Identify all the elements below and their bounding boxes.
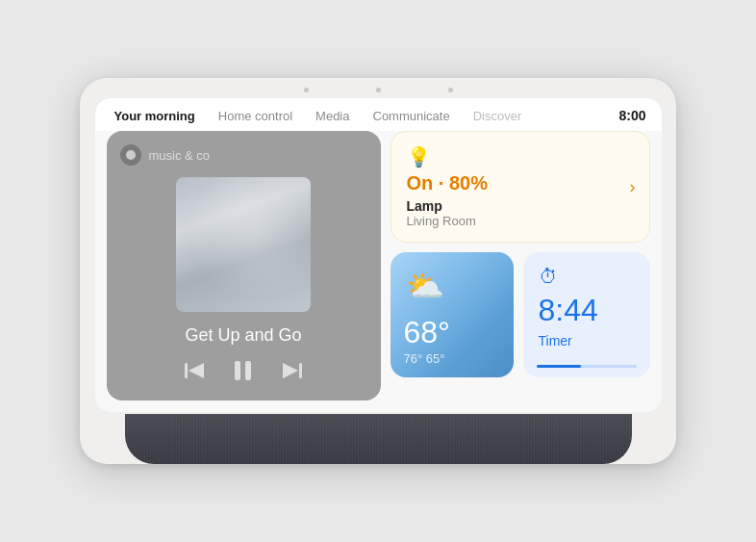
music-service-logo <box>120 144 141 166</box>
svg-marker-5 <box>283 363 298 378</box>
svg-rect-3 <box>245 361 251 380</box>
music-card[interactable]: music & co Get Up and Go <box>107 131 381 400</box>
timer-card[interactable]: ⏱ 8:44 Timer <box>523 252 650 377</box>
svg-rect-2 <box>235 361 240 380</box>
right-column: 💡 On · 80% Lamp Living Room › ⛅ 68° 76° … <box>391 131 650 400</box>
speaker-fabric-texture <box>125 414 632 464</box>
lamp-bulb-icon: 💡 <box>407 145 634 168</box>
weather-low: 65° <box>426 351 445 366</box>
timer-colon: : <box>555 293 564 327</box>
top-mic-dot <box>448 88 453 92</box>
svg-rect-0 <box>185 363 188 378</box>
nav-item-communicate[interactable]: Communicate <box>362 109 462 123</box>
lamp-card[interactable]: 💡 On · 80% Lamp Living Room › <box>391 131 650 243</box>
play-pause-button[interactable] <box>235 361 252 380</box>
album-art <box>176 177 311 312</box>
top-camera-dot <box>304 88 309 92</box>
svg-rect-4 <box>299 363 302 378</box>
lamp-room: Living Room <box>407 214 634 228</box>
bottom-row: ⛅ 68° 76° 65° ⏱ 8:44 Timer <box>391 252 650 377</box>
nav-bar: Your morning Home control Media Communic… <box>95 98 662 131</box>
weather-high: 76° <box>404 351 423 366</box>
nav-item-your-morning[interactable]: Your morning <box>111 109 207 123</box>
timer-clock-icon: ⏱ <box>539 266 558 288</box>
lamp-arrow-icon[interactable]: › <box>630 177 636 197</box>
music-header: music & co <box>120 144 367 166</box>
clock-display: 8:00 <box>618 108 645 123</box>
weather-temperature: 68° <box>404 317 500 348</box>
next-button[interactable] <box>279 361 302 380</box>
album-art-texture <box>176 177 311 312</box>
playback-controls <box>185 361 302 380</box>
timer-display: 8:44 <box>539 294 598 327</box>
timer-progress-fill <box>537 365 582 368</box>
prev-button[interactable] <box>185 361 208 380</box>
lamp-status: On · 80% <box>407 172 634 194</box>
timer-minutes: 44 <box>564 293 598 327</box>
nav-item-discover[interactable]: Discover <box>462 109 534 123</box>
screen: Your morning Home control Media Communic… <box>95 98 662 412</box>
nav-item-home-control[interactable]: Home control <box>207 109 304 123</box>
timer-hours: 8 <box>539 293 556 327</box>
top-center-dot <box>376 88 381 92</box>
weather-range: 76° 65° <box>404 351 500 366</box>
timer-label: Timer <box>539 333 572 348</box>
lamp-name: Lamp <box>407 198 634 214</box>
speaker-base <box>125 414 632 464</box>
svg-marker-1 <box>189 363 204 378</box>
song-title: Get Up and Go <box>185 325 301 346</box>
music-service-name: music & co <box>149 148 211 163</box>
timer-progress-bar <box>537 365 637 368</box>
weather-card[interactable]: ⛅ 68° 76° 65° <box>391 252 514 377</box>
nav-item-media[interactable]: Media <box>304 109 361 123</box>
main-content: music & co Get Up and Go <box>95 131 662 412</box>
weather-cloud-sun-icon: ⛅ <box>406 268 444 304</box>
music-logo-inner <box>126 150 136 160</box>
device-top-bar <box>80 78 676 98</box>
google-nest-hub-device: Your morning Home control Media Communic… <box>80 78 676 464</box>
